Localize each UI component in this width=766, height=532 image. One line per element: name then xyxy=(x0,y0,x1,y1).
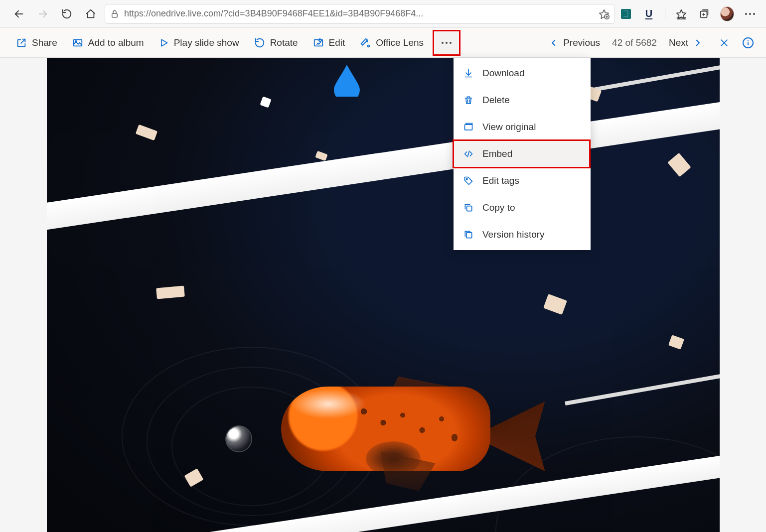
svg-rect-34 xyxy=(466,124,472,125)
decorative xyxy=(261,367,540,496)
svg-point-22 xyxy=(446,42,448,44)
chevron-right-icon xyxy=(693,38,702,47)
add-to-album-label: Add to album xyxy=(88,37,144,48)
svg-point-36 xyxy=(466,178,467,180)
svg-rect-33 xyxy=(465,125,472,130)
rotate-label: Rotate xyxy=(270,37,298,48)
divider xyxy=(665,8,665,20)
home-button[interactable] xyxy=(81,4,101,24)
lens-icon xyxy=(360,37,371,48)
rotate-icon xyxy=(254,37,265,48)
browser-more-icon[interactable] xyxy=(743,7,757,21)
copy-icon xyxy=(462,203,474,213)
play-slideshow-label: Play slide show xyxy=(174,37,239,48)
trash-icon xyxy=(462,95,474,105)
menu-version-history-label: Version history xyxy=(482,229,545,240)
browser-right-icons: U xyxy=(619,7,757,21)
info-button[interactable] xyxy=(740,35,756,51)
menu-delete-label: Delete xyxy=(482,95,510,106)
menu-view-original-label: View original xyxy=(482,122,536,133)
favorite-add-icon[interactable] xyxy=(599,8,610,19)
office-lens-button[interactable]: Office Lens xyxy=(354,32,430,54)
back-button[interactable] xyxy=(9,4,29,24)
share-button[interactable]: Share xyxy=(10,32,63,54)
decorative xyxy=(315,151,327,161)
refresh-button[interactable] xyxy=(57,4,77,24)
decorative xyxy=(668,335,684,350)
next-button[interactable]: Next xyxy=(663,32,708,54)
decorative xyxy=(667,153,691,177)
extension-u-icon[interactable]: U xyxy=(642,7,656,21)
onedrive-toolbar: Share Add to album Play slide show Rotat… xyxy=(0,28,766,58)
office-lens-label: Office Lens xyxy=(376,37,424,48)
collections-icon[interactable] xyxy=(697,7,711,21)
edit-photo-icon xyxy=(313,37,324,48)
menu-embed-label: Embed xyxy=(482,148,512,159)
menu-download[interactable]: Download xyxy=(454,60,591,87)
menu-edit-tags-label: Edit tags xyxy=(482,175,519,186)
svg-rect-2 xyxy=(112,13,118,17)
menu-edit-tags[interactable]: Edit tags xyxy=(454,167,591,194)
rotate-button[interactable]: Rotate xyxy=(248,32,304,54)
svg-point-21 xyxy=(442,42,444,44)
close-button[interactable] xyxy=(714,33,734,53)
svg-marker-7 xyxy=(677,9,686,18)
menu-copy-to-label: Copy to xyxy=(482,202,515,213)
decorative xyxy=(47,90,720,234)
svg-rect-37 xyxy=(467,206,472,211)
photo-content[interactable] xyxy=(47,58,720,532)
browser-toolbar: https://onedrive.live.com/?cid=3B4B90F94… xyxy=(0,0,766,28)
lock-icon xyxy=(110,9,119,18)
svg-marker-18 xyxy=(161,39,167,46)
menu-version-history[interactable]: Version history xyxy=(454,221,591,248)
previous-button[interactable]: Previous xyxy=(543,32,606,54)
svg-point-23 xyxy=(450,42,452,44)
favorites-icon[interactable] xyxy=(674,7,688,21)
decorative xyxy=(226,426,251,451)
share-label: Share xyxy=(32,37,57,48)
play-slideshow-button[interactable]: Play slide show xyxy=(153,32,245,54)
embed-icon xyxy=(462,149,474,159)
extension-book-icon[interactable] xyxy=(619,7,633,21)
tag-icon xyxy=(462,176,474,186)
edit-button[interactable]: Edit xyxy=(307,32,351,54)
menu-embed[interactable]: Embed xyxy=(454,140,591,167)
play-icon xyxy=(159,38,169,48)
share-icon xyxy=(16,37,27,48)
address-bar[interactable]: https://onedrive.live.com/?cid=3B4B90F94… xyxy=(105,4,615,24)
more-actions-menu: Download Delete View original Embed Edit… xyxy=(454,58,591,250)
menu-delete[interactable]: Delete xyxy=(454,87,591,114)
decorative xyxy=(156,286,185,299)
forward-button[interactable] xyxy=(33,4,53,24)
previous-label: Previous xyxy=(563,37,600,48)
svg-point-14 xyxy=(749,13,751,15)
svg-line-35 xyxy=(467,151,469,157)
edit-label: Edit xyxy=(329,37,345,48)
image-counter: 42 of 5682 xyxy=(609,37,660,48)
decorative xyxy=(135,125,157,140)
svg-point-13 xyxy=(745,13,747,15)
chevron-left-icon xyxy=(549,38,558,47)
photo-viewer xyxy=(0,58,766,532)
menu-download-label: Download xyxy=(482,68,525,79)
url-text: https://onedrive.live.com/?cid=3B4B90F94… xyxy=(124,8,594,19)
version-history-icon xyxy=(462,230,474,240)
view-original-icon xyxy=(462,122,474,132)
decorative xyxy=(260,96,271,108)
add-to-album-button[interactable]: Add to album xyxy=(66,32,150,54)
album-icon xyxy=(72,37,83,48)
next-label: Next xyxy=(669,37,688,48)
svg-point-28 xyxy=(748,40,749,41)
profile-avatar[interactable] xyxy=(720,7,734,21)
menu-copy-to[interactable]: Copy to xyxy=(454,194,591,221)
menu-view-original[interactable]: View original xyxy=(454,114,591,140)
download-icon xyxy=(462,68,474,78)
more-actions-button[interactable] xyxy=(435,32,459,54)
decorative xyxy=(543,294,567,315)
decorative xyxy=(565,357,720,405)
svg-rect-38 xyxy=(466,233,472,238)
svg-point-20 xyxy=(368,45,370,47)
svg-point-15 xyxy=(753,13,755,15)
